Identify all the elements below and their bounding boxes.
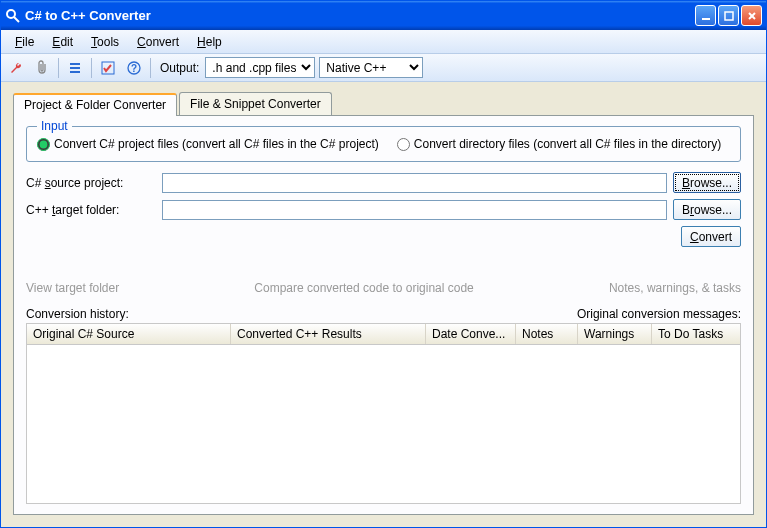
col-todo-tasks[interactable]: To Do Tasks xyxy=(652,324,740,344)
toolbar: ? Output: .h and .cpp files Native C++ xyxy=(1,54,766,82)
tab-file-snippet[interactable]: File & Snippet Converter xyxy=(179,92,332,115)
app-window: C# to C++ Converter File Edit Tools Conv… xyxy=(0,0,767,528)
svg-rect-8 xyxy=(70,71,80,73)
toolbar-separator xyxy=(150,58,151,78)
toolbar-separator xyxy=(58,58,59,78)
tab-project-folder[interactable]: Project & Folder Converter xyxy=(13,93,177,116)
source-input[interactable] xyxy=(162,173,667,193)
view-target-link[interactable]: View target folder xyxy=(26,281,119,295)
svg-text:?: ? xyxy=(131,63,137,74)
app-icon xyxy=(5,8,21,24)
target-row: C++ target folder: Browse... xyxy=(26,199,741,220)
svg-rect-2 xyxy=(702,18,710,20)
history-label: Conversion history: xyxy=(26,307,129,321)
radio-directory-option[interactable]: Convert directory files (convert all C# … xyxy=(397,137,721,151)
output-select[interactable]: .h and .cpp files xyxy=(205,57,315,78)
wrench-icon[interactable] xyxy=(5,57,27,79)
history-labels: Conversion history: Original conversion … xyxy=(26,307,741,321)
menu-file[interactable]: File xyxy=(7,32,42,52)
messages-label: Original conversion messages: xyxy=(577,307,741,321)
input-legend: Input xyxy=(37,119,72,133)
source-row: C# source project: Browse... xyxy=(26,172,741,193)
clip-icon[interactable] xyxy=(31,57,53,79)
window-title: C# to C++ Converter xyxy=(25,8,695,23)
radio-row: Convert C# project files (convert all C#… xyxy=(37,137,730,151)
convert-button[interactable]: Convert xyxy=(681,226,741,247)
link-row: View target folder Compare converted cod… xyxy=(26,281,741,295)
svg-rect-7 xyxy=(70,67,80,69)
convert-row: Convert xyxy=(26,226,741,247)
check-icon[interactable] xyxy=(97,57,119,79)
menu-edit[interactable]: Edit xyxy=(44,32,81,52)
menubar: File Edit Tools Convert Help xyxy=(1,30,766,54)
output-label: Output: xyxy=(160,61,199,75)
browse-source-button[interactable]: Browse... xyxy=(673,172,741,193)
table-header: Original C# Source Converted C++ Results… xyxy=(27,324,740,345)
target-label: C++ target folder: xyxy=(26,203,156,217)
radio-directory[interactable] xyxy=(397,138,410,151)
radio-project-label: Convert C# project files (convert all C#… xyxy=(54,137,379,151)
col-notes[interactable]: Notes xyxy=(516,324,578,344)
list-icon[interactable] xyxy=(64,57,86,79)
toolbar-separator xyxy=(91,58,92,78)
content-area: Project & Folder Converter File & Snippe… xyxy=(1,82,766,527)
notes-link[interactable]: Notes, warnings, & tasks xyxy=(609,281,741,295)
svg-point-0 xyxy=(7,10,15,18)
svg-rect-3 xyxy=(725,12,733,20)
browse-target-button[interactable]: Browse... xyxy=(673,199,741,220)
menu-tools[interactable]: Tools xyxy=(83,32,127,52)
menu-convert[interactable]: Convert xyxy=(129,32,187,52)
close-button[interactable] xyxy=(741,5,762,26)
radio-project-option[interactable]: Convert C# project files (convert all C#… xyxy=(37,137,379,151)
maximize-button[interactable] xyxy=(718,5,739,26)
minimize-button[interactable] xyxy=(695,5,716,26)
help-icon[interactable]: ? xyxy=(123,57,145,79)
svg-line-1 xyxy=(14,17,19,22)
tab-panel: Input Convert C# project files (convert … xyxy=(13,115,754,515)
menu-help[interactable]: Help xyxy=(189,32,230,52)
svg-rect-6 xyxy=(70,63,80,65)
table-body xyxy=(27,345,740,503)
radio-project[interactable] xyxy=(37,138,50,151)
radio-directory-label: Convert directory files (convert all C# … xyxy=(414,137,721,151)
window-controls xyxy=(695,5,762,26)
target-input[interactable] xyxy=(162,200,667,220)
input-group: Input Convert C# project files (convert … xyxy=(26,126,741,162)
history-table: Original C# Source Converted C++ Results… xyxy=(26,323,741,504)
titlebar: C# to C++ Converter xyxy=(1,1,766,30)
source-label: C# source project: xyxy=(26,176,156,190)
col-original-source[interactable]: Original C# Source xyxy=(27,324,231,344)
tab-strip: Project & Folder Converter File & Snippe… xyxy=(13,92,754,115)
col-date-converted[interactable]: Date Conve... xyxy=(426,324,516,344)
compare-link[interactable]: Compare converted code to original code xyxy=(254,281,473,295)
target-select[interactable]: Native C++ xyxy=(319,57,423,78)
col-warnings[interactable]: Warnings xyxy=(578,324,652,344)
col-converted-results[interactable]: Converted C++ Results xyxy=(231,324,426,344)
